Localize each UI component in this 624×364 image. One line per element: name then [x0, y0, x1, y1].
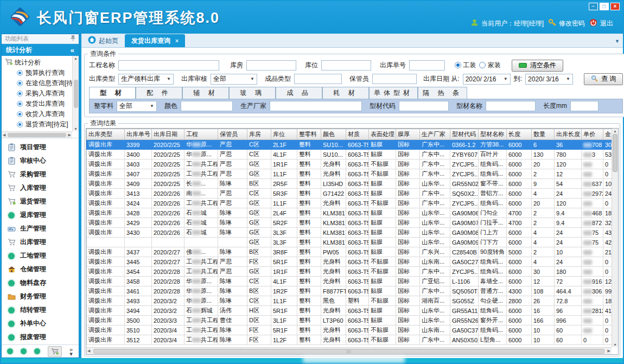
out-no-input[interactable] — [409, 60, 445, 71]
table-row[interactable]: 调拨出库34242020/2/26工共工程严思G区1L1F整料光身料6063-T… — [87, 199, 612, 208]
table-row[interactable]: 调拨出库34032020/2/25工共工程严思G区1R1F整料光身料6063-T… — [87, 159, 612, 169]
scroll-down-icon[interactable]: ▼ — [74, 127, 78, 131]
table-row[interactable]: 调拨出库34452020/2/27工共工程严思F区5R1F整料光身料6063-T… — [87, 257, 612, 267]
table-horizontal-scrollbar[interactable]: ◀ ||| ▶ — [86, 347, 612, 354]
scrollbar-thumb[interactable]: ||| — [93, 349, 604, 354]
material-tab[interactable]: 玻 璃 — [229, 87, 276, 99]
table-row[interactable]: 调拨出库34292020/2/26石城陈琳G区5R2F整料KLM38176063… — [87, 218, 612, 228]
profile-name-input[interactable] — [486, 101, 536, 111]
module-dot-icon[interactable] — [34, 348, 40, 354]
module-dot-icon[interactable] — [21, 348, 27, 354]
tree-item[interactable]: 退货查询[待定] — [5, 119, 72, 130]
table-row[interactable]: 调拨出库34282020/2/26石城陈琳G区2L4F整料KLM38176063… — [87, 208, 612, 218]
table-row[interactable]: 调拨出库34372020/2/27佛...陈琳B区3R8F整料PW056063-… — [87, 247, 612, 257]
sidebar-item-folder[interactable]: 财务管理 — [2, 290, 79, 303]
material-tab[interactable]: 成 品 — [276, 87, 322, 99]
column-header[interactable]: 出库日期 — [152, 129, 184, 140]
table-row[interactable]: 调拨出库34092020/2/25长...陈琳B区2R5F整料LI35HD606… — [87, 179, 612, 189]
sidebar-item-house[interactable]: 仓储管理 — [2, 263, 79, 276]
product-type-input[interactable] — [294, 74, 342, 84]
scroll-left-icon[interactable]: ◀ — [87, 349, 90, 353]
table-row[interactable]: 调拨出库34582020/2/28华原...陈琳C区4L1F整料光身料6063-… — [87, 277, 612, 286]
column-header[interactable]: 颜色 — [321, 129, 346, 140]
scrollbar-thumb[interactable] — [74, 80, 78, 108]
out-type-select[interactable]: 生产领料出库 ▼ — [118, 74, 174, 85]
search-button[interactable]: 查 询 — [584, 73, 623, 85]
column-header[interactable]: 膜厚 — [396, 129, 420, 140]
scroll-right-icon[interactable]: ▶ — [608, 349, 610, 353]
material-tab[interactable]: 配 件 — [136, 87, 182, 99]
scroll-right-icon[interactable]: ▶ — [68, 133, 71, 137]
column-header[interactable]: 型材代码 — [450, 129, 479, 140]
column-header[interactable]: 出库类型 — [87, 129, 125, 140]
length-input[interactable] — [570, 101, 598, 111]
radio-selected-icon[interactable] — [455, 62, 461, 68]
table-row[interactable]: G区3L3F整料KLM38176063-T5贴膜国标山东华...GA90M09.… — [87, 238, 612, 247]
column-header[interactable]: 数量 — [532, 129, 555, 140]
collapse-icon[interactable]: « — [71, 46, 74, 54]
clear-conditions-button[interactable]: 清空条件 — [512, 60, 563, 72]
tree-root-statistics[interactable]: 统计分析 — [5, 57, 72, 68]
sidebar-item-dot[interactable]: 补单中心 — [2, 317, 79, 330]
tree-item[interactable]: 预算执行查询 — [5, 68, 72, 78]
minimize-button[interactable]: − — [589, 3, 598, 10]
date-from-select[interactable]: 2020/ 2/16 ▼ — [463, 74, 511, 85]
scroll-up-icon[interactable]: ▲ — [613, 129, 617, 133]
sidebar-item-dot[interactable]: 工地管理 — [2, 249, 79, 263]
close-tab-icon[interactable]: × — [175, 37, 179, 44]
sidebar-item-dot[interactable]: 退库管理 — [2, 208, 79, 222]
table-row[interactable]: 调拨出库34612020/2/28华原...陈琳B区1R2F整料F8877FT6… — [87, 286, 612, 296]
warehouse-input[interactable] — [246, 60, 296, 71]
scroll-up-icon[interactable]: ▲ — [74, 56, 78, 60]
radio-gongzhuang[interactable]: 工装 — [455, 61, 476, 70]
sidebar-item-dot[interactable]: 结转管理 — [2, 303, 79, 317]
column-header[interactable]: 库房 — [247, 129, 271, 140]
radio-unselected-icon[interactable] — [479, 62, 486, 68]
radio-jiazhuang[interactable]: 家装 — [479, 61, 500, 70]
column-header[interactable]: 表面处理 — [369, 129, 396, 140]
project-name-input[interactable] — [118, 60, 219, 71]
material-tab[interactable]: 单体型材 — [369, 87, 418, 99]
table-row[interactable]: 调拨出库35122020/3/4工共工程陈琳F区1L2F整料光身料6063-T5… — [87, 335, 612, 345]
table-row[interactable]: 调拨出库34132020/2/26南...严思C区5R3F整料G71422606… — [87, 189, 612, 199]
location-input[interactable] — [321, 60, 371, 71]
sidebar-item-clipboard[interactable]: 审核中心 — [2, 154, 79, 168]
tab-overflow-icon[interactable]: ▼ — [615, 39, 620, 44]
scroll-left-icon[interactable]: ◀ — [3, 133, 5, 137]
material-tab[interactable]: 辅 材 — [182, 87, 229, 99]
color-input[interactable] — [181, 101, 233, 111]
table-row[interactable]: 调拨出库34542020/2/28工共工程严思G区1R1F整料光身料6063-T… — [87, 267, 612, 277]
whole-piece-select[interactable]: 全部 ▼ — [117, 101, 157, 112]
column-header[interactable]: 出库单号 — [125, 129, 152, 140]
table-row[interactable]: 调拨出库35102020/3/4工共工程陈琳F区5R1F整料光身料6063-T5… — [87, 325, 612, 335]
out-audit-select[interactable]: 全部 ▼ — [211, 74, 257, 85]
material-tab[interactable]: 型 材 — [89, 87, 136, 99]
change-password-button[interactable]: 修改密码 — [548, 18, 585, 28]
column-header[interactable]: 生产厂家 — [420, 129, 450, 140]
column-header[interactable]: 整零料 — [297, 129, 321, 140]
sidebar-item-dot[interactable]: 报废管理 — [2, 330, 79, 344]
sidebar-item-cart[interactable]: 采购管理 — [2, 168, 79, 181]
sidebar-item-clipboard[interactable]: 项目管理 — [2, 141, 79, 154]
material-tab[interactable]: 耗 材 — [322, 87, 369, 99]
table-row[interactable]: 调拨出库34002020/2/25华原...严思C区4L1F整料SU10...6… — [87, 150, 612, 159]
tree-vertical-scrollbar[interactable]: ▲ ▼ — [72, 56, 79, 131]
column-header[interactable]: 材质 — [346, 129, 369, 140]
column-header[interactable]: 库位 — [271, 129, 297, 140]
tab-home[interactable]: 起始页 — [81, 34, 125, 47]
cart-module-button[interactable] — [48, 346, 62, 357]
table-vertical-scrollbar[interactable]: ▲ ▼ — [612, 129, 618, 347]
table-row[interactable]: 调拨出库34942020/3/2石辉城汤伟H区5R1F整料光身料6063-T5贴… — [87, 306, 612, 316]
tab-shipment-outbound-query[interactable]: 发货出库查询 × — [125, 34, 185, 47]
table-row[interactable]: 调拨出库34932020/3/2华原...陈琳C区1L1F整料黑色塑料不贴膜国标… — [87, 296, 612, 306]
column-header[interactable]: 单价 — [582, 129, 603, 140]
profile-code-input[interactable] — [399, 101, 449, 111]
table-row[interactable]: 调拨出库33992020/2/25华原...严思C区2L1F整料SU10...6… — [87, 140, 612, 150]
table-row[interactable]: 调拨出库34302020/2/26石城陈琳G区3L3F整料KLM38176063… — [87, 228, 612, 238]
scrollbar-thumb[interactable] — [8, 133, 66, 137]
tree-item[interactable]: 在途信息查询[待 — [5, 78, 72, 88]
maximize-button[interactable]: □ — [600, 3, 609, 10]
column-header[interactable]: 工程 — [184, 129, 218, 140]
tree-horizontal-scrollbar[interactable]: ◀ ▶ — [2, 131, 72, 138]
sidebar-item-cart[interactable]: 入库管理 — [2, 181, 79, 195]
